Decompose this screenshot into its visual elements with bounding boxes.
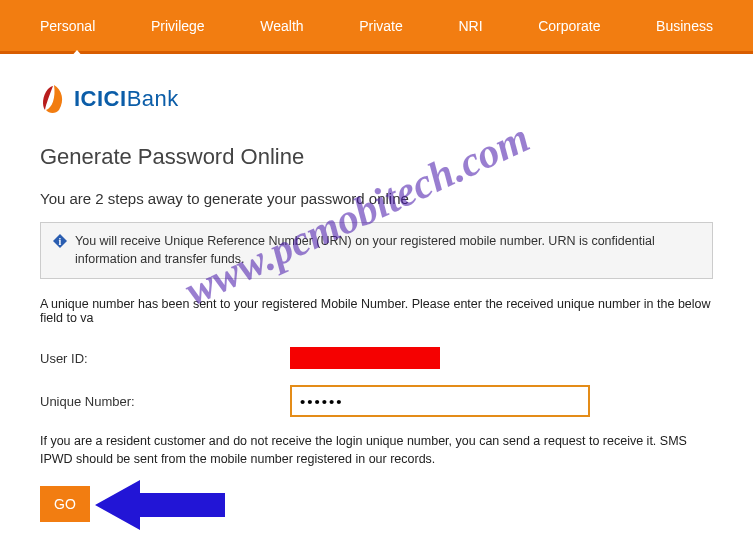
go-button[interactable]: GO	[40, 486, 90, 522]
bank-logo-text: ICICIBank	[74, 86, 179, 112]
nav-item-corporate[interactable]: Corporate	[528, 18, 610, 34]
bank-logo-icon	[40, 84, 68, 114]
unique-number-input[interactable]	[290, 385, 590, 417]
nav-item-privilege[interactable]: Privilege	[141, 18, 215, 34]
nav-item-business[interactable]: Business	[646, 18, 723, 34]
page-subtitle: You are 2 steps away to generate your pa…	[40, 190, 713, 207]
nav-item-personal[interactable]: Personal	[30, 18, 105, 34]
instruction-text: A unique number has been sent to your re…	[40, 297, 713, 325]
nav-item-nri[interactable]: NRI	[448, 18, 492, 34]
active-tab-indicator-icon	[70, 50, 84, 58]
info-box: i You will receive Unique Reference Numb…	[40, 222, 713, 279]
user-id-label: User ID:	[40, 351, 290, 366]
unique-number-row: Unique Number:	[40, 385, 713, 417]
main-content: ICICIBank Generate Password Online You a…	[0, 54, 753, 548]
top-nav: Personal Privilege Wealth Private NRI Co…	[0, 0, 753, 54]
bank-logo: ICICIBank	[40, 84, 713, 114]
user-id-row: User ID:	[40, 347, 713, 369]
page-title: Generate Password Online	[40, 144, 713, 170]
info-text: You will receive Unique Reference Number…	[75, 233, 700, 268]
user-id-value-redacted	[290, 347, 440, 369]
help-text: If you are a resident customer and do no…	[40, 433, 713, 468]
info-icon: i	[53, 234, 67, 248]
svg-text:i: i	[59, 236, 62, 247]
unique-number-label: Unique Number:	[40, 394, 290, 409]
nav-item-private[interactable]: Private	[349, 18, 413, 34]
nav-item-wealth[interactable]: Wealth	[250, 18, 313, 34]
